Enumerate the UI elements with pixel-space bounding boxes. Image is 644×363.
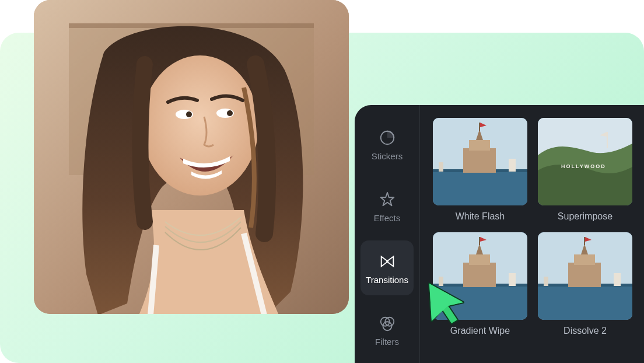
svg-rect-18	[479, 123, 480, 131]
svg-rect-44	[544, 277, 548, 286]
svg-rect-29	[469, 254, 490, 265]
stickers-icon	[377, 128, 397, 148]
tile-thumb	[433, 118, 527, 205]
svg-rect-39	[574, 254, 595, 265]
svg-rect-15	[463, 148, 496, 173]
nav-item-stickers[interactable]: Stickers	[360, 117, 414, 172]
svg-rect-13	[433, 170, 527, 205]
editor-nav: Stickers Effects Transitions Filters	[355, 105, 420, 363]
svg-rect-28	[463, 263, 496, 287]
svg-text:HOLLYWOOD: HOLLYWOOD	[561, 163, 606, 169]
nav-item-effects[interactable]: Effects	[360, 179, 414, 233]
tile-label: White Flash	[456, 211, 505, 222]
tile-thumb	[433, 232, 527, 320]
tile-thumb	[538, 232, 632, 320]
nav-item-filters[interactable]: Filters	[360, 302, 414, 357]
svg-rect-34	[439, 277, 443, 286]
tile-thumb: HOLLYWOOD	[538, 118, 632, 205]
tile-label: Superimpose	[558, 211, 612, 222]
svg-rect-23	[607, 132, 608, 148]
tile-white-flash[interactable]: White Flash	[433, 118, 527, 222]
tile-gradient-wipe[interactable]: Gradient Wipe	[433, 232, 527, 336]
svg-rect-38	[568, 263, 601, 287]
transitions-grid: White Flash HOLLYWOOD Superimpose Gradie…	[420, 105, 644, 363]
filters-icon	[377, 313, 397, 333]
svg-rect-41	[584, 237, 585, 245]
svg-rect-16	[469, 140, 490, 151]
svg-rect-21	[439, 162, 443, 172]
svg-point-3	[142, 55, 258, 196]
tile-dissolve-2[interactable]: Dissolve 2	[538, 232, 632, 336]
nav-label: Effects	[374, 213, 401, 223]
svg-point-7	[227, 110, 233, 116]
svg-rect-26	[433, 285, 527, 320]
nav-label: Filters	[375, 337, 399, 347]
svg-rect-20	[509, 159, 516, 172]
preview-image	[34, 0, 349, 314]
svg-rect-31	[479, 237, 480, 245]
svg-rect-33	[509, 273, 516, 286]
tile-superimpose[interactable]: HOLLYWOOD Superimpose	[538, 118, 632, 222]
svg-point-5	[186, 111, 192, 117]
editor-panel: Stickers Effects Transitions Filters	[355, 105, 644, 363]
nav-label: Transitions	[366, 275, 408, 285]
nav-item-transitions[interactable]: Transitions	[360, 240, 414, 295]
tile-label: Dissolve 2	[564, 326, 607, 336]
nav-label: Stickers	[372, 151, 402, 161]
effects-icon	[377, 190, 397, 210]
svg-rect-36	[538, 285, 632, 320]
transitions-icon	[377, 252, 397, 271]
tile-label: Gradient Wipe	[450, 326, 510, 336]
svg-rect-43	[614, 273, 621, 286]
